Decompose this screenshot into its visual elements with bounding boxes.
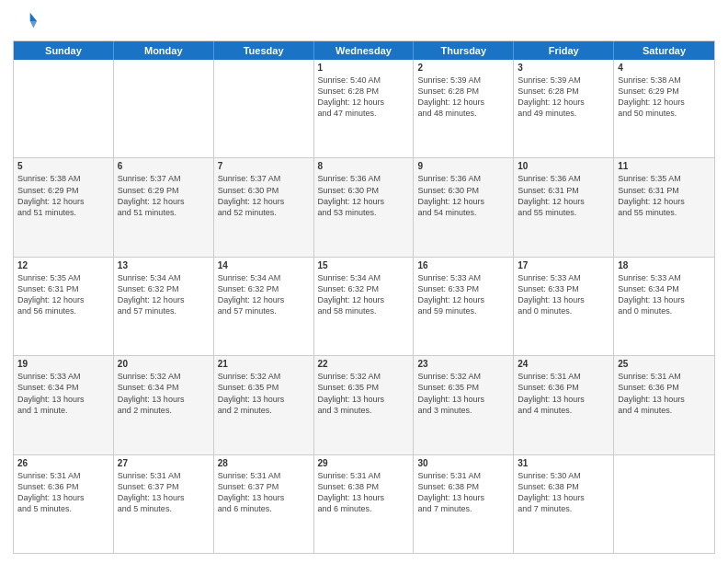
day-info: Sunrise: 5:32 AM Sunset: 6:34 PM Dayligh…: [118, 371, 210, 416]
calendar-day-4: 4Sunrise: 5:38 AM Sunset: 6:29 PM Daylig…: [614, 60, 714, 157]
day-number: 9: [417, 161, 509, 171]
day-number: 28: [218, 458, 310, 468]
day-number: 7: [218, 161, 310, 171]
logo-icon: [13, 9, 39, 35]
day-info: Sunrise: 5:35 AM Sunset: 6:31 PM Dayligh…: [618, 173, 711, 218]
calendar-day-28: 28Sunrise: 5:31 AM Sunset: 6:37 PM Dayli…: [214, 455, 314, 553]
calendar-day-25: 25Sunrise: 5:31 AM Sunset: 6:36 PM Dayli…: [614, 356, 714, 454]
calendar-day-16: 16Sunrise: 5:33 AM Sunset: 6:33 PM Dayli…: [414, 258, 514, 355]
calendar-day-17: 17Sunrise: 5:33 AM Sunset: 6:33 PM Dayli…: [514, 258, 614, 355]
day-number: 31: [518, 458, 609, 468]
header-day-sunday: Sunday: [14, 41, 114, 60]
svg-marker-0: [30, 13, 37, 21]
day-info: Sunrise: 5:37 AM Sunset: 6:30 PM Dayligh…: [218, 173, 310, 218]
calendar-empty: [14, 60, 114, 157]
day-number: 27: [118, 458, 210, 468]
day-info: Sunrise: 5:34 AM Sunset: 6:32 PM Dayligh…: [218, 272, 310, 317]
calendar-empty: [214, 60, 314, 157]
calendar-day-22: 22Sunrise: 5:32 AM Sunset: 6:35 PM Dayli…: [314, 356, 415, 454]
calendar-day-14: 14Sunrise: 5:34 AM Sunset: 6:32 PM Dayli…: [214, 258, 314, 355]
svg-marker-1: [30, 21, 37, 28]
calendar-header: SundayMondayTuesdayWednesdayThursdayFrid…: [14, 41, 714, 60]
day-info: Sunrise: 5:37 AM Sunset: 6:29 PM Dayligh…: [118, 173, 210, 218]
day-number: 14: [218, 260, 310, 270]
calendar-day-3: 3Sunrise: 5:39 AM Sunset: 6:28 PM Daylig…: [514, 60, 614, 157]
calendar-day-11: 11Sunrise: 5:35 AM Sunset: 6:31 PM Dayli…: [614, 158, 714, 256]
header-day-monday: Monday: [114, 41, 214, 60]
calendar-day-6: 6Sunrise: 5:37 AM Sunset: 6:29 PM Daylig…: [114, 158, 214, 256]
day-info: Sunrise: 5:36 AM Sunset: 6:31 PM Dayligh…: [518, 173, 609, 218]
day-number: 6: [118, 161, 210, 171]
calendar-day-30: 30Sunrise: 5:31 AM Sunset: 6:38 PM Dayli…: [414, 455, 514, 553]
day-info: Sunrise: 5:33 AM Sunset: 6:34 PM Dayligh…: [17, 371, 109, 416]
calendar-week-2: 5Sunrise: 5:38 AM Sunset: 6:29 PM Daylig…: [14, 157, 714, 256]
calendar-week-3: 12Sunrise: 5:35 AM Sunset: 6:31 PM Dayli…: [14, 257, 714, 355]
calendar-day-1: 1Sunrise: 5:40 AM Sunset: 6:28 PM Daylig…: [314, 60, 415, 157]
day-number: 2: [417, 63, 509, 73]
day-info: Sunrise: 5:38 AM Sunset: 6:29 PM Dayligh…: [17, 173, 109, 218]
day-info: Sunrise: 5:31 AM Sunset: 6:37 PM Dayligh…: [218, 470, 310, 515]
header-day-friday: Friday: [514, 41, 614, 60]
calendar-day-10: 10Sunrise: 5:36 AM Sunset: 6:31 PM Dayli…: [514, 158, 614, 256]
calendar-day-27: 27Sunrise: 5:31 AM Sunset: 6:37 PM Dayli…: [114, 455, 214, 553]
calendar-day-26: 26Sunrise: 5:31 AM Sunset: 6:36 PM Dayli…: [14, 455, 114, 553]
day-number: 26: [17, 458, 109, 468]
day-info: Sunrise: 5:38 AM Sunset: 6:29 PM Dayligh…: [618, 75, 711, 120]
day-number: 25: [618, 359, 711, 369]
header-day-saturday: Saturday: [614, 41, 714, 60]
day-info: Sunrise: 5:31 AM Sunset: 6:37 PM Dayligh…: [118, 470, 210, 515]
day-info: Sunrise: 5:40 AM Sunset: 6:28 PM Dayligh…: [318, 75, 410, 120]
day-number: 22: [318, 359, 410, 369]
day-info: Sunrise: 5:31 AM Sunset: 6:38 PM Dayligh…: [417, 470, 509, 515]
day-number: 30: [417, 458, 509, 468]
day-number: 11: [618, 161, 711, 171]
calendar-body: 1Sunrise: 5:40 AM Sunset: 6:28 PM Daylig…: [14, 60, 714, 553]
calendar-week-5: 26Sunrise: 5:31 AM Sunset: 6:36 PM Dayli…: [14, 454, 714, 553]
day-info: Sunrise: 5:33 AM Sunset: 6:33 PM Dayligh…: [518, 272, 609, 317]
calendar-day-18: 18Sunrise: 5:33 AM Sunset: 6:34 PM Dayli…: [614, 258, 714, 355]
day-info: Sunrise: 5:39 AM Sunset: 6:28 PM Dayligh…: [417, 75, 509, 120]
day-info: Sunrise: 5:36 AM Sunset: 6:30 PM Dayligh…: [417, 173, 509, 218]
calendar-day-9: 9Sunrise: 5:36 AM Sunset: 6:30 PM Daylig…: [414, 158, 514, 256]
day-number: 8: [318, 161, 410, 171]
day-info: Sunrise: 5:32 AM Sunset: 6:35 PM Dayligh…: [218, 371, 310, 416]
day-number: 4: [618, 63, 711, 73]
day-info: Sunrise: 5:34 AM Sunset: 6:32 PM Dayligh…: [318, 272, 410, 317]
day-info: Sunrise: 5:36 AM Sunset: 6:30 PM Dayligh…: [318, 173, 410, 218]
calendar-week-4: 19Sunrise: 5:33 AM Sunset: 6:34 PM Dayli…: [14, 355, 714, 454]
calendar-day-20: 20Sunrise: 5:32 AM Sunset: 6:34 PM Dayli…: [114, 356, 214, 454]
day-number: 19: [17, 359, 109, 369]
day-number: 20: [118, 359, 210, 369]
calendar-day-31: 31Sunrise: 5:30 AM Sunset: 6:38 PM Dayli…: [514, 455, 614, 553]
calendar-day-23: 23Sunrise: 5:32 AM Sunset: 6:35 PM Dayli…: [414, 356, 514, 454]
day-info: Sunrise: 5:32 AM Sunset: 6:35 PM Dayligh…: [417, 371, 509, 416]
day-number: 16: [417, 260, 509, 270]
calendar-day-12: 12Sunrise: 5:35 AM Sunset: 6:31 PM Dayli…: [14, 258, 114, 355]
day-info: Sunrise: 5:33 AM Sunset: 6:33 PM Dayligh…: [417, 272, 509, 317]
day-info: Sunrise: 5:31 AM Sunset: 6:36 PM Dayligh…: [17, 470, 109, 515]
calendar-day-24: 24Sunrise: 5:31 AM Sunset: 6:36 PM Dayli…: [514, 356, 614, 454]
calendar-empty: [614, 455, 714, 553]
logo: [13, 9, 42, 35]
page: SundayMondayTuesdayWednesdayThursdayFrid…: [0, 0, 728, 563]
day-number: 1: [318, 63, 410, 73]
day-number: 12: [17, 260, 109, 270]
calendar-day-13: 13Sunrise: 5:34 AM Sunset: 6:32 PM Dayli…: [114, 258, 214, 355]
day-info: Sunrise: 5:31 AM Sunset: 6:36 PM Dayligh…: [618, 371, 711, 416]
header-day-wednesday: Wednesday: [314, 41, 415, 60]
day-info: Sunrise: 5:30 AM Sunset: 6:38 PM Dayligh…: [518, 470, 609, 515]
day-number: 3: [518, 63, 609, 73]
day-number: 18: [618, 260, 711, 270]
header-day-tuesday: Tuesday: [214, 41, 314, 60]
calendar-day-21: 21Sunrise: 5:32 AM Sunset: 6:35 PM Dayli…: [214, 356, 314, 454]
day-info: Sunrise: 5:31 AM Sunset: 6:36 PM Dayligh…: [518, 371, 609, 416]
header: [13, 9, 715, 35]
calendar-empty: [114, 60, 214, 157]
calendar-day-29: 29Sunrise: 5:31 AM Sunset: 6:38 PM Dayli…: [314, 455, 415, 553]
header-day-thursday: Thursday: [414, 41, 514, 60]
calendar-day-7: 7Sunrise: 5:37 AM Sunset: 6:30 PM Daylig…: [214, 158, 314, 256]
calendar-day-15: 15Sunrise: 5:34 AM Sunset: 6:32 PM Dayli…: [314, 258, 415, 355]
day-info: Sunrise: 5:32 AM Sunset: 6:35 PM Dayligh…: [318, 371, 410, 416]
day-number: 24: [518, 359, 609, 369]
day-info: Sunrise: 5:34 AM Sunset: 6:32 PM Dayligh…: [118, 272, 210, 317]
